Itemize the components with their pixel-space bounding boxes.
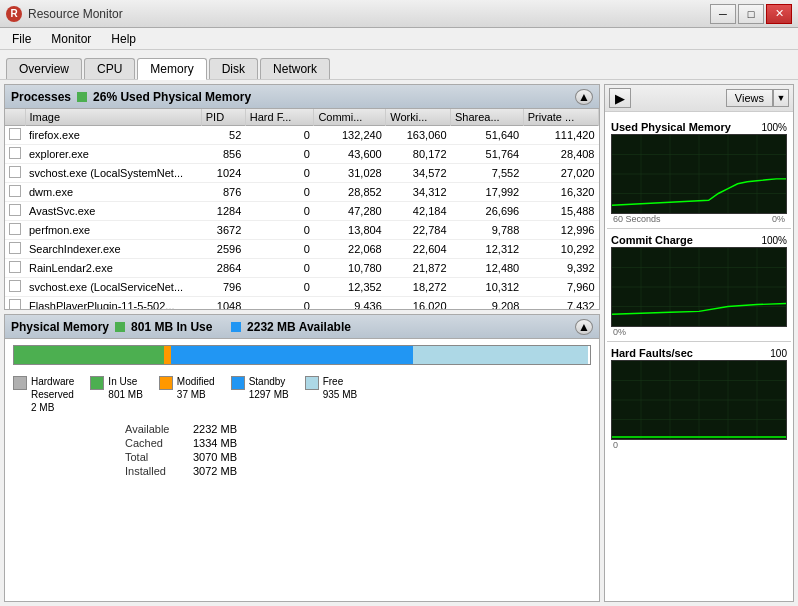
right-panel: ▶ Views ▼ Used Physical Memory 100% <box>604 84 794 602</box>
table-row[interactable]: svchost.exe (LocalServiceNet... 796 0 12… <box>5 278 599 297</box>
row-shared: 9,208 <box>451 297 524 310</box>
row-working: 22,784 <box>386 221 451 240</box>
row-name: svchost.exe (LocalServiceNet... <box>25 278 201 297</box>
row-pid: 796 <box>201 278 245 297</box>
graph-used-memory-header: Used Physical Memory 100% <box>611 120 787 134</box>
tab-cpu[interactable]: CPU <box>84 58 135 79</box>
right-panel-header: ▶ Views ▼ <box>605 85 793 112</box>
phys-status-icon-blue <box>231 322 241 332</box>
memory-bar <box>13 345 591 365</box>
graph-used-memory-canvas <box>611 134 787 214</box>
table-row[interactable]: FlashPlayerPlugin-11-5-502... 1048 0 9,4… <box>5 297 599 310</box>
processes-collapse-button[interactable]: ▲ <box>575 89 593 105</box>
row-name: RainLendar2.exe <box>25 259 201 278</box>
views-control: Views ▼ <box>726 89 789 107</box>
col-shared[interactable]: Sharea... <box>451 109 524 126</box>
bar-free <box>413 346 588 364</box>
table-row[interactable]: dwm.exe 876 0 28,852 34,312 17,992 16,32… <box>5 183 599 202</box>
phys-status2: 2232 MB Available <box>247 320 351 334</box>
window-controls: ─ □ ✕ <box>710 4 792 24</box>
col-image[interactable]: Image <box>25 109 201 126</box>
legend-label-free: Free935 MB <box>323 375 357 401</box>
row-check[interactable] <box>5 126 25 145</box>
graph-hardfaults-time: 0 <box>611 440 787 450</box>
minimize-button[interactable]: ─ <box>710 4 736 24</box>
tab-memory[interactable]: Memory <box>137 58 206 80</box>
row-commit: 13,804 <box>314 221 386 240</box>
graph-time-label: 60 Seconds <box>613 214 661 224</box>
stat-installed: Installed 3072 MB <box>125 464 591 478</box>
menu-help[interactable]: Help <box>103 30 144 48</box>
views-dropdown-button[interactable]: ▼ <box>773 89 789 107</box>
row-check[interactable] <box>5 240 25 259</box>
row-commit: 9,436 <box>314 297 386 310</box>
row-shared: 12,312 <box>451 240 524 259</box>
row-private: 12,996 <box>523 221 598 240</box>
row-working: 34,312 <box>386 183 451 202</box>
views-button[interactable]: Views <box>726 89 773 107</box>
row-shared: 17,992 <box>451 183 524 202</box>
row-private: 16,320 <box>523 183 598 202</box>
table-header: Image PID Hard F... Commi... Worki... Sh… <box>5 109 599 126</box>
stat-cached: Cached 1334 MB <box>125 436 591 450</box>
graph-commit-header: Commit Charge 100% <box>611 233 787 247</box>
table-row[interactable]: RainLendar2.exe 2864 0 10,780 21,872 12,… <box>5 259 599 278</box>
col-commit[interactable]: Commi... <box>314 109 386 126</box>
row-check[interactable] <box>5 278 25 297</box>
table-row[interactable]: SearchIndexer.exe 2596 0 22,068 22,604 1… <box>5 240 599 259</box>
phys-title: Physical Memory <box>11 320 109 334</box>
table-row[interactable]: svchost.exe (LocalSystemNet... 1024 0 31… <box>5 164 599 183</box>
row-check[interactable] <box>5 297 25 310</box>
row-check[interactable] <box>5 183 25 202</box>
close-button[interactable]: ✕ <box>766 4 792 24</box>
stat-available: Available 2232 MB <box>125 422 591 436</box>
menu-file[interactable]: File <box>4 30 39 48</box>
graph-hardfaults-svg <box>612 361 786 439</box>
row-name: dwm.exe <box>25 183 201 202</box>
col-working[interactable]: Worki... <box>386 109 451 126</box>
back-button[interactable]: ▶ <box>609 88 631 108</box>
processes-title: Processes <box>11 90 71 104</box>
menu-monitor[interactable]: Monitor <box>43 30 99 48</box>
row-working: 34,572 <box>386 164 451 183</box>
row-hardf: 0 <box>245 202 314 221</box>
row-check[interactable] <box>5 164 25 183</box>
legend-color-free <box>305 376 319 390</box>
tab-bar: Overview CPU Memory Disk Network <box>0 50 798 80</box>
col-pid[interactable]: PID <box>201 109 245 126</box>
left-panel: Processes 26% Used Physical Memory ▲ Ima… <box>4 84 600 602</box>
row-hardf: 0 <box>245 164 314 183</box>
maximize-button[interactable]: □ <box>738 4 764 24</box>
table-row[interactable]: perfmon.exe 3672 0 13,804 22,784 9,788 1… <box>5 221 599 240</box>
stat-total: Total 3070 MB <box>125 450 591 464</box>
row-check[interactable] <box>5 259 25 278</box>
row-check[interactable] <box>5 221 25 240</box>
col-hardf[interactable]: Hard F... <box>245 109 314 126</box>
row-working: 80,172 <box>386 145 451 164</box>
row-check[interactable] <box>5 202 25 221</box>
row-commit: 132,240 <box>314 126 386 145</box>
row-private: 27,020 <box>523 164 598 183</box>
tab-network[interactable]: Network <box>260 58 330 79</box>
phys-collapse-button[interactable]: ▲ <box>575 319 593 335</box>
process-table[interactable]: Image PID Hard F... Commi... Worki... Sh… <box>5 109 599 309</box>
row-commit: 22,068 <box>314 240 386 259</box>
stat-value-cached: 1334 MB <box>193 437 237 449</box>
row-shared: 12,480 <box>451 259 524 278</box>
stat-value-available: 2232 MB <box>193 423 237 435</box>
col-check <box>5 109 25 126</box>
col-private[interactable]: Private ... <box>523 109 598 126</box>
row-working: 18,272 <box>386 278 451 297</box>
row-check[interactable] <box>5 145 25 164</box>
graph-used-memory: Used Physical Memory 100% <box>607 118 791 226</box>
row-name: svchost.exe (LocalSystemNet... <box>25 164 201 183</box>
tab-disk[interactable]: Disk <box>209 58 258 79</box>
table-row[interactable]: explorer.exe 856 0 43,600 80,172 51,764 … <box>5 145 599 164</box>
stat-label-installed: Installed <box>125 465 185 477</box>
tab-overview[interactable]: Overview <box>6 58 82 79</box>
row-working: 16,020 <box>386 297 451 310</box>
row-pid: 876 <box>201 183 245 202</box>
table-row[interactable]: firefox.exe 52 0 132,240 163,060 51,640 … <box>5 126 599 145</box>
table-row[interactable]: AvastSvc.exe 1284 0 47,280 42,184 26,696… <box>5 202 599 221</box>
graph-commit-svg <box>612 248 786 326</box>
